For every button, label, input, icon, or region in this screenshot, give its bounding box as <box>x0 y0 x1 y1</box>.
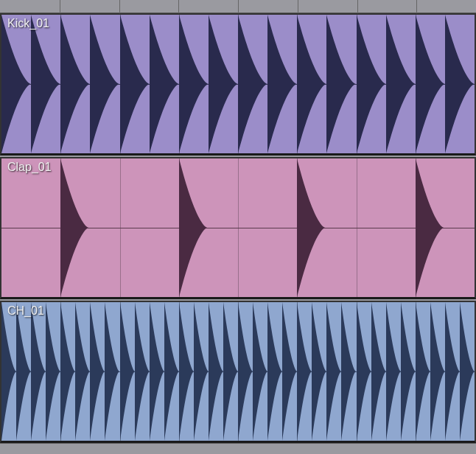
audio-hit[interactable] <box>282 302 297 441</box>
audio-hit[interactable] <box>326 302 341 441</box>
audio-hit[interactable] <box>60 158 89 297</box>
audio-hit[interactable] <box>312 302 326 441</box>
audio-hit[interactable] <box>105 302 119 441</box>
audio-hit[interactable] <box>297 302 312 441</box>
track[interactable]: Clap_01 <box>0 157 476 299</box>
audio-hit[interactable] <box>1 302 16 441</box>
audio-hit[interactable] <box>60 302 75 441</box>
audio-hit[interactable] <box>416 158 444 297</box>
audio-hit[interactable] <box>445 15 475 153</box>
track-label: Kick_01 <box>1 15 55 32</box>
track-label: CH_01 <box>1 302 50 320</box>
audio-hit[interactable] <box>357 15 386 153</box>
audio-hit[interactable] <box>357 302 371 441</box>
audio-hit[interactable] <box>150 15 179 153</box>
audio-hit[interactable] <box>209 302 223 441</box>
audio-hit[interactable] <box>164 302 179 441</box>
audio-hit[interactable] <box>326 15 356 153</box>
audio-hit[interactable] <box>238 302 253 441</box>
audio-hit[interactable] <box>120 15 150 153</box>
audio-hit[interactable] <box>371 302 386 441</box>
audio-hit[interactable] <box>386 302 401 441</box>
audio-hit[interactable] <box>297 158 326 297</box>
track[interactable]: Kick_01 <box>0 13 476 156</box>
audio-hit[interactable] <box>179 158 208 297</box>
audio-hit[interactable] <box>16 302 31 441</box>
audio-hit[interactable] <box>267 302 282 441</box>
audio-hit[interactable] <box>267 15 297 153</box>
ruler-tick <box>298 0 298 13</box>
audio-hit[interactable] <box>386 15 416 153</box>
audio-hit[interactable] <box>341 302 356 441</box>
audio-hit[interactable] <box>120 302 135 441</box>
audio-hit[interactable] <box>416 302 430 441</box>
audio-hit[interactable] <box>238 15 267 153</box>
audio-hit[interactable] <box>1 15 31 153</box>
track-label: Clap_01 <box>1 158 57 176</box>
audio-hit[interactable] <box>90 15 119 153</box>
audio-hit[interactable] <box>31 302 46 441</box>
ruler-tick <box>119 0 120 13</box>
audio-hit[interactable] <box>194 302 209 441</box>
audio-hit[interactable] <box>31 15 60 153</box>
audio-hit[interactable] <box>46 302 60 441</box>
audio-hit[interactable] <box>416 15 445 153</box>
clip-area[interactable] <box>1 302 475 441</box>
audio-hit[interactable] <box>460 302 475 441</box>
audio-hit[interactable] <box>150 302 164 441</box>
audio-hit[interactable] <box>223 302 238 441</box>
bottom-bar <box>0 443 476 453</box>
ruler-tick <box>238 0 239 13</box>
audio-hit[interactable] <box>209 15 238 153</box>
clip-area[interactable] <box>1 158 475 297</box>
ruler-tick <box>416 0 417 13</box>
ruler-tick <box>357 0 358 13</box>
track-area: Kick_01Clap_01CH_01 <box>0 13 476 443</box>
audio-hit[interactable] <box>135 302 150 441</box>
audio-hit[interactable] <box>90 302 105 441</box>
audio-hit[interactable] <box>179 15 209 153</box>
audio-hit[interactable] <box>445 302 460 441</box>
timeline-ruler[interactable] <box>0 0 476 13</box>
audio-hit[interactable] <box>60 15 90 153</box>
audio-hit[interactable] <box>179 302 194 441</box>
clip-area[interactable] <box>1 15 475 153</box>
audio-hit[interactable] <box>430 302 445 441</box>
audio-hit[interactable] <box>253 302 267 441</box>
audio-hit[interactable] <box>297 15 326 153</box>
track[interactable]: CH_01 <box>0 301 476 443</box>
ruler-tick <box>60 0 60 13</box>
audio-hit[interactable] <box>75 302 90 441</box>
ruler-tick <box>178 0 179 13</box>
audio-hit[interactable] <box>401 302 416 441</box>
